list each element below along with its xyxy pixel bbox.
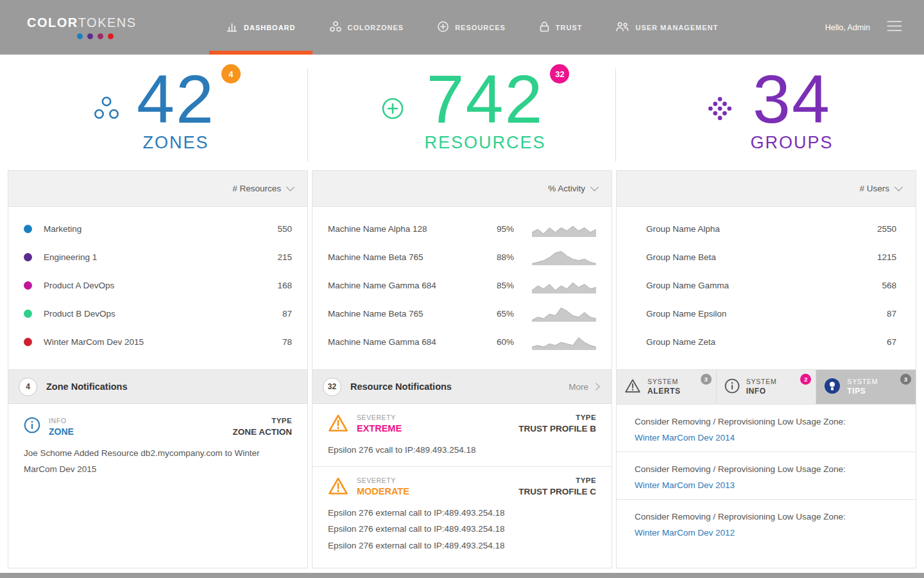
group-name: Group Name Alpha [646, 224, 877, 234]
tab-system-alerts[interactable]: 3 SYSTEM ALERTS [617, 369, 717, 405]
tip-zone-link[interactable]: Winter MarCom Dev 2013 [635, 480, 898, 490]
severity-label: SEVERETY [357, 477, 409, 484]
tab-system-info[interactable]: 2 SYSTEM INFO [717, 369, 817, 405]
resources-panel: % Activity Machine Name Alpha 128 95% Ma… [312, 170, 612, 568]
activity-sparkline [532, 220, 596, 237]
alert-message: Epsilon 276 external call to IP:489.493.… [328, 505, 596, 521]
activity-sparkline [532, 249, 596, 265]
tab-count-badge: 3 [701, 374, 712, 385]
group-row[interactable]: Group Name Alpha 2550 [617, 215, 916, 243]
zone-name: Winter MarCom Dev 2015 [44, 337, 282, 347]
resource-alert-item: SEVERETY EXTREME TYPE TRUST PROFILE B Ep… [312, 404, 612, 466]
zone-notification-message: Joe Schome Added Resource db2.mycompany.… [24, 446, 292, 478]
resources-icon [437, 21, 449, 34]
zone-row[interactable]: Engineering 1 215 [8, 243, 307, 271]
group-row[interactable]: Group Name Gamma 568 [617, 271, 916, 299]
group-row[interactable]: Group Name Zeta 67 [617, 328, 916, 356]
logo-dots [27, 33, 162, 39]
nav-item-dashboard[interactable]: DASHBOARD [226, 0, 296, 55]
groups-sort-dropdown[interactable]: # Users [617, 171, 916, 207]
resource-alert-item: SEVERETY MODERATE TYPE TRUST PROFILE C E… [312, 466, 612, 562]
type-label: TYPE [518, 414, 596, 421]
colortokens-logo: COLORTOKENS [27, 0, 162, 55]
info-value: ZONE [49, 426, 74, 437]
zone-row[interactable]: Winter MarCom Dev 2015 78 [8, 328, 307, 356]
zone-resource-count: 550 [277, 224, 292, 234]
zone-resource-count: 87 [282, 309, 292, 319]
sort-label: # Resources [232, 184, 281, 193]
warning-icon [328, 477, 348, 498]
user-greeting: Hello, Admin [825, 23, 870, 32]
machine-row[interactable]: Machine Name Gamma 684 85% [312, 271, 612, 299]
machine-name: Machine Name Alpha 128 [328, 224, 484, 234]
machine-row[interactable]: Machine Name Beta 765 88% [312, 243, 612, 271]
zone-notifications-header: 4 Zone Notifications [8, 369, 307, 404]
machine-row[interactable]: Machine Name Alpha 128 95% [312, 215, 612, 243]
tab-system-tips[interactable]: 3 SYSTEM TIPS [816, 369, 916, 405]
nav-item-colorzones[interactable]: COLORZONES [329, 0, 404, 55]
resources-sort-dropdown[interactable]: % Activity [312, 171, 612, 207]
zone-name: Engineering 1 [44, 252, 277, 262]
group-row[interactable]: Group Name Epsilon 87 [617, 299, 916, 328]
machine-activity-pct: 95% [484, 224, 514, 234]
chevron-down-icon [286, 183, 295, 191]
nav-item-trust[interactable]: TRUST [539, 0, 583, 55]
tip-text: Consider Removing / Reprovisioning Low U… [635, 415, 898, 430]
group-name: Group Name Epsilon [646, 309, 887, 319]
zone-name: Product B DevOps [44, 309, 282, 319]
zone-resource-count: 78 [282, 337, 292, 347]
zone-name: Product A DevOps [44, 281, 277, 290]
navbar-right: Hello, Admin [825, 0, 924, 55]
tab-line2: INFO [746, 387, 777, 396]
tip-text: Consider Removing / Reprovisioning Low U… [635, 510, 898, 525]
zones-badge: 4 [221, 64, 241, 83]
nav-label: TRUST [556, 24, 583, 31]
zone-color-dot [24, 253, 32, 261]
group-user-count: 2550 [877, 224, 896, 234]
tip-text: Consider Removing / Reprovisioning Low U… [635, 462, 898, 477]
dashboard-page: COLORTOKENS DASHBOARD COLORZONES [0, 0, 924, 578]
logo-dot [77, 33, 83, 39]
footer-bar [0, 573, 924, 578]
resources-badge: 32 [550, 64, 569, 83]
sort-label: % Activity [548, 184, 585, 193]
logo-dot [87, 33, 93, 39]
warning-icon [624, 378, 641, 396]
zones-sort-dropdown[interactable]: # Resources [8, 171, 307, 207]
machine-row[interactable]: Machine Name Beta 765 65% [312, 299, 612, 328]
zone-row[interactable]: Marketing 550 [8, 215, 307, 243]
tip-item: Consider Removing / Reprovisioning Low U… [617, 500, 916, 547]
nav-item-user-management[interactable]: USER MANAGEMENT [615, 0, 718, 55]
machine-row[interactable]: Machine Name Gamma 684 60% [312, 328, 612, 356]
main-nav: DASHBOARD COLORZONES RESOURCES TRUST [226, 0, 718, 55]
alert-message: Epsilon 276 external call to IP:489.493.… [328, 538, 596, 554]
more-link[interactable]: More [569, 382, 601, 392]
zone-color-dot [24, 281, 32, 290]
severity-value: EXTREME [357, 423, 402, 434]
tip-zone-link[interactable]: Winter MarCom Dev 2012 [635, 528, 898, 538]
user-management-icon [615, 21, 629, 34]
zone-notification-item: INFO ZONE TYPE ZONE ACTION Joe Schome Ad… [8, 404, 307, 491]
severity-label: SEVERETY [357, 414, 402, 421]
logo-dot [108, 33, 114, 39]
groups-stat[interactable]: 34 GROUPS [616, 55, 924, 165]
zone-row[interactable]: Product A DevOps 168 [8, 271, 307, 299]
type-label: TYPE [233, 417, 293, 425]
tip-zone-link[interactable]: Winter MarCom Dev 2014 [635, 433, 898, 442]
severity-value: MODERATE [357, 486, 409, 496]
group-row[interactable]: Group Name Beta 1215 [617, 243, 916, 271]
zone-notifications-title: Zone Notifications [46, 381, 127, 392]
nav-item-resources[interactable]: RESOURCES [437, 0, 506, 55]
zone-row[interactable]: Product B DevOps 87 [8, 299, 307, 328]
tab-line1: SYSTEM [647, 378, 681, 386]
group-user-count: 67 [887, 337, 896, 347]
hamburger-menu-icon[interactable] [887, 21, 902, 34]
machine-activity-pct: 65% [484, 309, 514, 319]
zones-stat[interactable]: 42 4 ZONES [0, 55, 308, 165]
tips-icon [824, 378, 841, 397]
panels-row: # Resources Marketing 550 Engineering 1 … [0, 170, 924, 568]
resource-notifications-title: Resource Notifications [350, 381, 452, 392]
zone-color-dot [24, 310, 32, 318]
nav-label: USER MANAGEMENT [635, 24, 718, 31]
resources-stat[interactable]: 742 32 RESOURCES [308, 55, 616, 165]
